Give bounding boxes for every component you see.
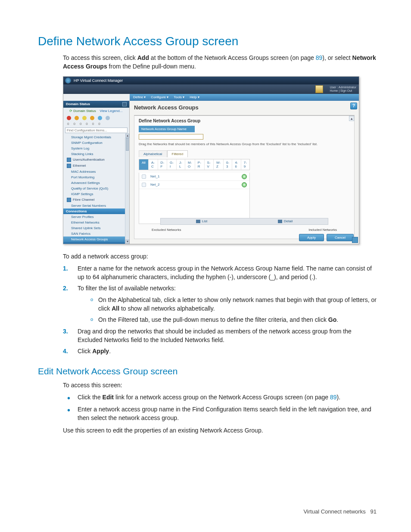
find-config-wrap	[65, 128, 128, 133]
view-detail-button[interactable]: Detail	[278, 219, 293, 223]
domain-status-link[interactable]: Domain Status	[73, 109, 96, 113]
sidebar-section-connections[interactable]: Connections	[63, 208, 129, 214]
list-icon	[196, 220, 200, 223]
text: at the bottom of the Network Access Grou…	[149, 54, 316, 61]
sidebar-cat-ethernet[interactable]: Ethernet	[63, 163, 129, 169]
nag-name-input[interactable]	[139, 134, 203, 140]
letter-pr[interactable]: P-R	[195, 159, 205, 170]
content-pane: ? Network Access Groups ▴ Define Network…	[130, 101, 359, 244]
menu-configure[interactable]: Configure ▾	[151, 95, 168, 99]
sidebar-item-uplinks[interactable]: Shared Uplink Sets	[63, 225, 129, 231]
scroll-up-icon[interactable]: ▴	[125, 134, 129, 138]
menubar: Define ▾ Configure ▾ Tools ▾ Help ▾	[130, 94, 359, 101]
letter-filter-bar: All A-C D-F G-I J-L M-O P-R S-V W-Z 0-3 …	[139, 159, 250, 170]
text: to show all networks alphabetically.	[119, 305, 215, 312]
sidebar-item-storage-creds[interactable]: Storage Mgmt Credentials	[63, 134, 129, 140]
sidebar-cat-fibre[interactable]: Fibre Channel	[63, 197, 129, 203]
home-signout-link[interactable]: Home | Sign Out	[330, 89, 356, 93]
collapse-icon[interactable]	[122, 102, 127, 106]
letter-sv[interactable]: S-V	[205, 159, 214, 170]
letter-03[interactable]: 0-3	[224, 159, 232, 170]
networks-list: Net_1 + Net_2 +	[139, 173, 250, 224]
sidebar-item-qos[interactable]: Quality of Service (QoS)	[63, 186, 129, 191]
edit-bullets: Click the Edit link for a network access…	[63, 393, 377, 423]
sidebar-item-igmp[interactable]: IGMP Settings	[63, 191, 129, 197]
edit-bullet-2: Enter a network access group name in the…	[63, 405, 377, 423]
apply-button[interactable]: Apply	[299, 234, 324, 241]
view-detail-label: Detail	[284, 219, 293, 223]
text: from the Define pull-down menu.	[107, 63, 196, 70]
included-label: Included Networks	[308, 228, 337, 232]
network-icon	[142, 183, 146, 187]
bold-go: Go	[328, 316, 336, 323]
sidebar-item-ethnets[interactable]: Ethernet Networks	[63, 220, 129, 225]
text: .	[109, 348, 111, 355]
sidebar-cat-users[interactable]: Users/Authentication	[63, 157, 129, 163]
letter-wz[interactable]: W-Z	[214, 159, 224, 170]
step-2b: On the Filtered tab, use the pull-down m…	[90, 315, 377, 324]
excluded-label: Excluded Networks	[152, 228, 181, 232]
sidebar-item-portmon[interactable]: Port Monitoring	[63, 174, 129, 180]
bold-all: All	[112, 305, 119, 312]
sidebar-item-syslog[interactable]: System Log	[63, 146, 129, 151]
letter-mo[interactable]: M-O	[185, 159, 195, 170]
footer-section: Virtual Connect networks	[303, 508, 365, 515]
panel-scroll-up-icon[interactable]: ▴	[349, 116, 354, 121]
step-1: 1.Enter a name for the network access gr…	[63, 264, 377, 282]
resize-corner-icon[interactable]	[352, 237, 358, 243]
window-title: HP Virtual Connect Manager	[74, 78, 123, 83]
sidebar-scrollbar[interactable]: ▴ ▾	[125, 138, 129, 244]
menu-tools[interactable]: Tools ▾	[174, 95, 184, 99]
name-block-header: Network Access Group Name	[139, 126, 195, 132]
edit-end: Use this screen to edit the properties o…	[63, 426, 377, 435]
step-3: 3.Drag and drop the networks that should…	[63, 327, 377, 345]
add-nag-lead: To add a network access group:	[63, 252, 377, 261]
letter-gi[interactable]: G-I	[167, 159, 177, 170]
page-link-89-b[interactable]: 89	[330, 394, 337, 401]
edit-bullet-1: Click the Edit link for a network access…	[63, 393, 377, 401]
view-list-button[interactable]: List	[196, 219, 207, 223]
page-link-89[interactable]: 89	[316, 54, 323, 61]
action-buttons: Apply Cancel	[299, 234, 354, 241]
sidebar-item-mac[interactable]: MAC Addresses	[63, 169, 129, 174]
sidebar-item-stacking[interactable]: Stacking Links	[63, 151, 129, 157]
scroll-down-icon[interactable]: ▾	[125, 240, 129, 244]
menu-help[interactable]: Help ▾	[190, 95, 199, 99]
page-heading-2: Edit Network Access Group screen	[38, 366, 377, 376]
sidebar-item-serials[interactable]: Server Serial Numbers	[63, 203, 129, 208]
scroll-thumb[interactable]	[126, 138, 129, 151]
letter-79[interactable]: 7-9	[241, 159, 249, 170]
letter-46[interactable]: 4-6	[232, 159, 241, 170]
sidebar-item-nag[interactable]: Network Access Groups	[63, 236, 129, 242]
list-labels-row: Excluded Networks Included Networks	[134, 228, 354, 232]
find-config-input[interactable]	[65, 128, 128, 133]
steps-list: 1.Enter a name for the network access gr…	[63, 264, 377, 356]
letter-jl[interactable]: J-L	[177, 159, 185, 170]
network-name: Net_1	[150, 174, 159, 178]
network-row[interactable]: Net_1 +	[139, 173, 249, 181]
status-blue-icon	[98, 116, 102, 120]
add-network-icon[interactable]: +	[242, 182, 247, 187]
sidebar-item-adv[interactable]: Advanced Settings	[63, 180, 129, 186]
network-row[interactable]: Net_2 +	[139, 181, 249, 189]
window-titlebar: HP Virtual Connect Manager	[63, 77, 359, 84]
bold-apply: Apply	[92, 348, 109, 355]
menu-define[interactable]: Define ▾	[133, 95, 146, 99]
help-icon[interactable]: ?	[350, 103, 357, 109]
tab-filtered[interactable]: Filtered	[167, 150, 188, 157]
status-triangle-icon	[90, 116, 94, 120]
sidebar-item-snmp[interactable]: SNMP Configuration	[63, 140, 129, 146]
letter-df[interactable]: D-F	[158, 159, 167, 170]
text: To access this screen, click	[63, 54, 137, 61]
tab-alphabetical[interactable]: Alphabetical	[139, 150, 167, 157]
page-heading-1: Define Network Access Group screen	[38, 34, 377, 48]
sidebar-item-profiles[interactable]: Server Profiles	[63, 214, 129, 220]
add-network-icon[interactable]: +	[242, 174, 247, 179]
cancel-button[interactable]: Cancel	[327, 234, 354, 241]
sidebar-item-san[interactable]: SAN Fabrics	[63, 231, 129, 236]
view-legend-link[interactable]: View Legend...	[100, 109, 123, 113]
sidebar-section-hardware[interactable]: Hardware	[63, 242, 129, 244]
letter-ac[interactable]: A-C	[149, 159, 158, 170]
letter-all[interactable]: All	[139, 159, 149, 170]
user-label: User : Administrator	[330, 86, 356, 89]
